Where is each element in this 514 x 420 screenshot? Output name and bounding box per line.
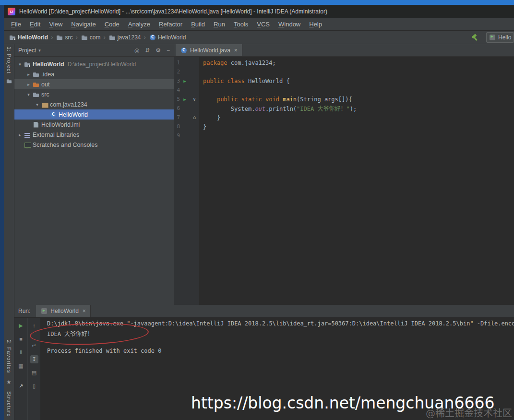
menu-item-edit[interactable]: Edit — [25, 18, 45, 30]
print-icon[interactable]: ▤ — [30, 369, 38, 377]
tree-item-helloworld[interactable]: ▾HelloWorldD:\idea_project\HelloWorld — [14, 59, 174, 69]
code-text: } — [199, 123, 206, 130]
tree-item-external-libraries[interactable]: ▸External Libraries — [14, 130, 174, 140]
breadcrumb-item-helloworld[interactable]: HelloWorld — [9, 34, 48, 41]
pause-icon[interactable]: ‖ — [17, 348, 25, 357]
menu-item-code[interactable]: Code — [100, 18, 124, 30]
code-line[interactable]: 9 — [174, 131, 514, 140]
menu-item-view[interactable]: View — [45, 18, 67, 30]
class-icon — [49, 111, 57, 119]
code-line[interactable]: 8} — [174, 122, 514, 131]
line-number: 3 — [174, 78, 180, 84]
pin-icon[interactable]: ↗ — [17, 382, 25, 390]
build-hammer-icon[interactable] — [471, 34, 478, 41]
tree-item-scratches-and-consoles[interactable]: Scratches and Consoles — [14, 140, 174, 150]
close-icon[interactable]: × — [234, 47, 238, 54]
tree-collapse-icon[interactable]: ▾ — [34, 102, 41, 107]
stop-icon[interactable]: ■ — [17, 335, 25, 343]
breadcrumb-label: com — [90, 34, 101, 41]
library-icon — [24, 131, 31, 139]
console-line — [47, 338, 514, 348]
breadcrumb-item-com[interactable]: com — [81, 34, 101, 41]
menu-item-window[interactable]: Window — [274, 18, 305, 30]
run-gutter-icon[interactable]: ▶ — [180, 79, 190, 84]
code-area[interactable]: 1package com.java1234;23▶public class He… — [174, 57, 514, 305]
folder-icon — [81, 34, 88, 41]
gear-icon[interactable]: ⚙ — [155, 47, 161, 54]
breadcrumb-item-helloworld[interactable]: HelloWorld — [149, 34, 186, 41]
run-tab-bar: Run: HelloWorld × — [14, 305, 514, 318]
scroll-end-icon[interactable]: ↧ — [30, 355, 38, 363]
tree-item-com-java1234[interactable]: ▾com.java1234 — [14, 99, 174, 109]
breadcrumb-item-src[interactable]: src — [56, 34, 72, 41]
tree-expand-icon[interactable]: ▸ — [25, 72, 32, 77]
hide-icon[interactable]: − — [167, 47, 170, 54]
tree-item-src[interactable]: ▾src — [14, 89, 174, 99]
up-stack-icon[interactable]: ↑ — [30, 322, 38, 330]
tree-expand-icon[interactable]: ▸ — [25, 82, 32, 87]
editor-tab-helloworld-java[interactable]: HelloWorld.java × — [176, 44, 242, 56]
project-panel-title[interactable]: Project — [18, 47, 36, 54]
code-token: main — [283, 96, 297, 103]
code-line[interactable]: 5▶∨ public static void main(String args[… — [174, 95, 514, 104]
intellij-window: IJ HelloWorld [D:\idea_project\HelloWorl… — [0, 0, 514, 420]
line-number: 4 — [174, 87, 180, 93]
tree-collapse-icon[interactable]: ▾ — [25, 92, 32, 97]
run-panel-label: Run: — [18, 308, 30, 314]
code-line[interactable]: 4 — [174, 85, 514, 95]
fold-close-icon[interactable]: ⌂ — [190, 115, 199, 120]
menu-item-navigate[interactable]: Navigate — [67, 18, 100, 30]
menu-item-analyze[interactable]: Analyze — [124, 18, 155, 30]
stripe-item-structure[interactable]: Structure — [6, 391, 12, 417]
target-icon[interactable]: ◎ — [134, 47, 139, 54]
menu-item-run[interactable]: Run — [209, 18, 229, 30]
class-icon — [149, 34, 156, 41]
close-icon[interactable]: × — [83, 308, 86, 314]
menu-item-tools[interactable]: Tools — [229, 18, 252, 30]
line-number: 8 — [174, 123, 180, 130]
run-toolbar-right: ↑↵↧▤▯ — [27, 318, 40, 420]
menu-item-file[interactable]: File — [7, 18, 25, 30]
code-token: com.java1234; — [227, 60, 276, 66]
tree-label: out — [41, 81, 49, 88]
project-badge — [28, 65, 31, 67]
menu-item-refactor[interactable]: Refactor — [155, 18, 187, 30]
nav-right-actions: Hello — [471, 32, 514, 43]
console-line: IDEA 大爷你好！ — [47, 329, 514, 338]
tree-collapse-icon[interactable]: ▾ — [16, 62, 24, 67]
code-line[interactable]: 3▶public class HelloWorld { — [174, 76, 514, 85]
rerun-icon[interactable]: ▶ — [17, 322, 25, 330]
code-text: package com.java1234; — [199, 60, 276, 66]
tree-item-idea[interactable]: ▸.idea — [14, 69, 174, 79]
tree-item-helloworld[interactable]: HelloWorld — [14, 109, 174, 120]
run-tab-helloworld[interactable]: HelloWorld × — [36, 305, 90, 317]
soft-wrap-icon[interactable]: ↵ — [30, 342, 38, 350]
menu-item-build[interactable]: Build — [187, 18, 209, 30]
stripe-item-2-favorites[interactable]: 2: Favorites — [6, 340, 12, 373]
run-gutter-icon[interactable]: ▶ — [180, 97, 190, 102]
tree-expand-icon[interactable]: ▸ — [16, 132, 24, 137]
breadcrumb-item-java1234[interactable]: java1234 — [108, 34, 141, 41]
code-line[interactable]: 6 System.out.println("IDEA 大爷你好！"); — [174, 104, 514, 113]
sort-icon[interactable]: ⇵ — [145, 47, 150, 54]
stripe-item-1-project[interactable]: 1: Project — [6, 47, 12, 73]
code-line[interactable]: 7⌂ } — [174, 113, 514, 122]
code-line[interactable]: 2 — [174, 67, 514, 76]
line-number: 7 — [174, 114, 180, 120]
menu-item-help[interactable]: Help — [305, 18, 326, 30]
breadcrumb-separator: › — [143, 34, 147, 41]
clear-icon[interactable]: ▯ — [30, 382, 38, 390]
line-number: 9 — [174, 132, 180, 139]
run-tab-label: HelloWorld — [50, 308, 78, 314]
chevron-down-icon[interactable]: ▾ — [38, 48, 41, 53]
tree-item-out[interactable]: ▸out — [14, 79, 174, 89]
tree-item-helloworld-iml[interactable]: HelloWorld.iml — [14, 120, 174, 130]
project-badge — [13, 38, 16, 40]
fold-open-icon[interactable]: ∨ — [190, 96, 199, 102]
restore-layout-icon[interactable]: ▦ — [17, 362, 25, 370]
editor-area: HelloWorld.java × 1package com.java1234;… — [174, 44, 514, 305]
run-config-selector[interactable]: Hello — [486, 32, 514, 43]
menu-item-vcs[interactable]: VCS — [252, 18, 274, 30]
code-line[interactable]: 1package com.java1234; — [174, 58, 514, 67]
code-token: public class — [203, 78, 248, 84]
